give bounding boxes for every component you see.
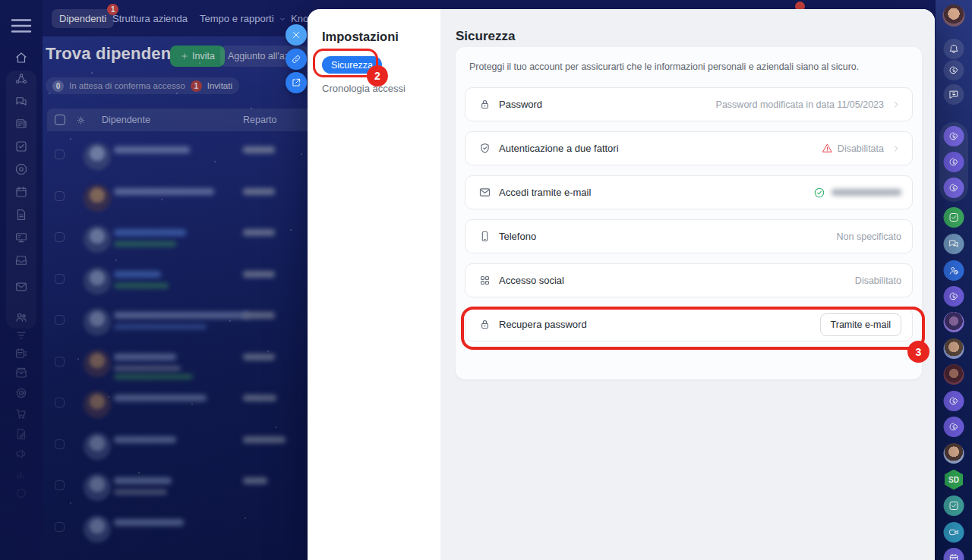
blurred-name [114, 519, 184, 526]
nav-tab-label: Dipendenti [59, 13, 106, 24]
rail-icon-chats[interactable] [14, 95, 28, 109]
star-dot [191, 404, 193, 405]
star-dot [70, 502, 71, 504]
rail-icon-chats[interactable] [944, 234, 964, 254]
security-row-password[interactable]: Password Password modificata in data 11/… [465, 87, 913, 121]
chevron-right-icon [891, 99, 901, 110]
link-button[interactable] [286, 49, 307, 70]
avatar [84, 350, 111, 377]
star-dot [91, 72, 93, 74]
rail-icon-calendar-list[interactable] [14, 347, 28, 360]
rail-avatar[interactable] [944, 364, 964, 385]
avatar [84, 143, 111, 170]
avatar [84, 391, 111, 418]
rail-icon-spiral[interactable] [944, 391, 964, 411]
rail-avatar[interactable] [944, 312, 964, 332]
rail-icon-news[interactable] [14, 117, 28, 131]
close-button[interactable] [286, 24, 307, 46]
rail-icon-mail[interactable] [14, 280, 28, 294]
rail-icon-cal-small[interactable] [944, 548, 964, 560]
rail-icon-spiral[interactable] [944, 178, 964, 198]
rail-icon-funnel[interactable] [14, 329, 28, 342]
blurred-email-value [832, 189, 901, 196]
security-row-telefono[interactable]: Telefono Non specificato [465, 219, 913, 253]
rail-icon-spiral[interactable] [944, 286, 964, 307]
rail-icon-file-edit[interactable] [14, 427, 28, 441]
rail-icon-network[interactable] [14, 72, 28, 86]
row-label: Password [499, 99, 542, 110]
security-panel-title: Sicurezza [456, 29, 515, 44]
rail-avatar[interactable] [944, 338, 964, 359]
security-row-recupera-password[interactable]: Recupera password Tramite e-mail [465, 307, 913, 341]
blurred-subtext [114, 283, 169, 288]
rail-icon-megaphone[interactable] [14, 447, 28, 461]
rail-icon-home[interactable] [14, 51, 28, 64]
blurred-subtext [114, 489, 167, 495]
row-value: Disabilitata [838, 143, 884, 154]
row-label: Accesso social [499, 275, 564, 286]
blurred-department [243, 477, 267, 484]
rail-icon-chart[interactable] [14, 467, 28, 481]
rail-icon-box[interactable] [14, 366, 28, 379]
settings-modal: Impostazioni Sicurezza Cronologia access… [308, 9, 935, 560]
row-checkbox[interactable] [55, 274, 65, 284]
rail-icon-cart[interactable] [14, 407, 28, 420]
hamburger-menu-icon[interactable] [8, 12, 35, 24]
blurred-name [114, 436, 176, 443]
security-row-accedi-tramite-e-mail[interactable]: Accedi tramite e-mail [465, 175, 913, 209]
rail-icon-board[interactable] [14, 231, 28, 244]
shield-check-icon [478, 142, 491, 155]
settings-menu-cronologia-accessi[interactable]: Cronologia accessi [322, 83, 406, 94]
rail-badge-sd[interactable]: SD [944, 470, 964, 490]
row-checkbox[interactable] [55, 315, 65, 325]
rail-avatar[interactable] [943, 5, 965, 27]
security-row-autenticazione-a-due-fattori[interactable]: Autenticazione a due fattori Disabilitat… [465, 131, 913, 165]
annotation-step-2: 2 [367, 65, 388, 87]
select-all-checkbox[interactable] [55, 115, 65, 125]
rail-icon-person-clock[interactable] [944, 260, 964, 281]
nav-tab-struttura-azienda[interactable]: Struttura azienda [105, 9, 195, 28]
rail-icon-check-square[interactable] [14, 140, 28, 153]
grid-social-icon [478, 274, 491, 287]
rail-icon-bell[interactable] [944, 39, 964, 59]
security-row-accesso-social[interactable]: Accesso social Disabilitato [465, 263, 913, 297]
rail-icon-file[interactable] [14, 208, 28, 222]
rail-icon-spiral[interactable] [944, 60, 964, 80]
row-checkbox[interactable] [55, 357, 65, 367]
star-dot [267, 351, 269, 352]
rail-icon-check-square[interactable] [944, 496, 964, 516]
rail-icon-spiral[interactable] [944, 152, 964, 172]
invite-label: Invita [192, 51, 215, 61]
rail-icon-spiral[interactable] [944, 126, 964, 146]
row-checkbox[interactable] [55, 149, 65, 159]
rail-icon-octagon[interactable] [14, 162, 28, 176]
row-checkbox[interactable] [55, 398, 65, 407]
external-button[interactable] [286, 72, 307, 93]
gear-icon[interactable] [75, 115, 87, 126]
invited-label[interactable]: Invitati [207, 81, 232, 90]
row-checkbox[interactable] [55, 232, 65, 242]
rail-icon-check-square[interactable] [944, 207, 964, 228]
tramite-email-button[interactable]: Tramite e-mail [820, 313, 901, 336]
rail-icon-inbox[interactable] [14, 253, 28, 267]
rail-avatar[interactable] [944, 443, 964, 464]
row-checkbox[interactable] [55, 439, 65, 449]
rail-icon-chat-sync[interactable] [944, 84, 964, 105]
invite-button[interactable]: Invita [170, 46, 225, 67]
blurred-subtext [114, 366, 181, 371]
row-checkbox[interactable] [55, 191, 65, 201]
rail-icon-target[interactable] [14, 386, 28, 400]
rail-icon-users[interactable] [14, 310, 28, 324]
nav-tab-tempo-e-rapporti[interactable]: Tempo e rapporti [192, 9, 295, 28]
rail-icon-calendar[interactable] [14, 185, 28, 199]
rail-icon-spiral[interactable] [944, 417, 964, 437]
rail-icon-video[interactable] [944, 522, 964, 543]
plus-icon [180, 52, 189, 61]
pending-label[interactable]: In attesa di conferma accesso [69, 81, 185, 90]
rail-icon-dot-circle[interactable] [14, 486, 28, 500]
row-checkbox[interactable] [55, 522, 65, 532]
row-label: Accedi tramite e-mail [499, 187, 591, 198]
row-checkbox[interactable] [55, 480, 65, 490]
star-dot [214, 161, 216, 162]
security-panel: Sicurezza Proteggi il tuo account per as… [440, 9, 935, 560]
